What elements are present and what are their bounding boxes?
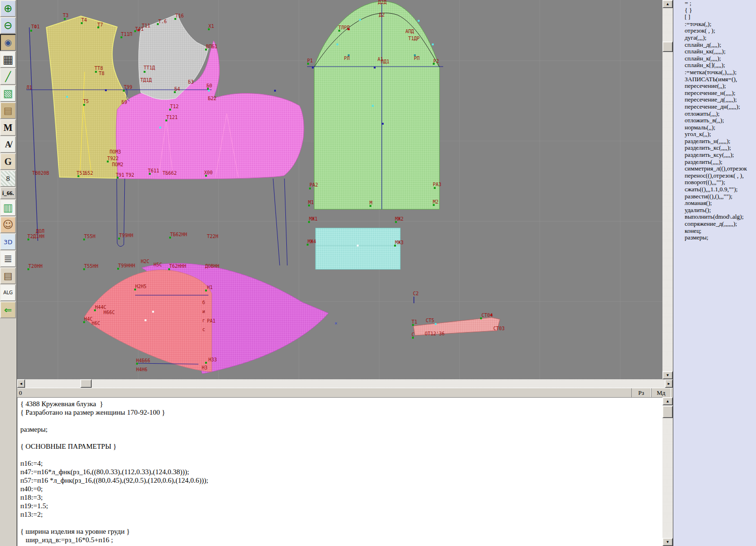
canvas-point-label: ПД1 <box>381 60 389 64</box>
portrait-icon[interactable]: ☺ <box>0 216 16 233</box>
command-item[interactable]: сплайн_кк(,,,,,); <box>673 48 756 55</box>
canvas-point-label: Т20НН <box>28 264 43 269</box>
command-item[interactable]: нормаль(,,); <box>673 124 756 131</box>
scroll-right-icon[interactable]: ► <box>665 379 673 388</box>
command-item[interactable]: разделить_н(,,,,,); <box>673 138 756 145</box>
scroll-down-icon[interactable]: ▼ <box>662 371 673 379</box>
command-item[interactable]: сплайн_к(,,,,); <box>673 55 756 62</box>
command-item[interactable]: сжать((),,,1.1,0.9,""); <box>673 186 756 193</box>
command-item[interactable]: удалить(); <box>673 207 756 214</box>
document-list-icon[interactable]: ≣ <box>0 250 16 267</box>
command-item[interactable]: выполнить(dmod\.alg); <box>673 213 756 221</box>
piece-belt[interactable] <box>316 228 400 269</box>
command-item[interactable]: разделить_ксу(,,,,); <box>673 152 756 159</box>
g-icon: G <box>4 157 12 166</box>
code-line: шир_изд_в:=рз_16*0.5+п16 ; <box>17 536 662 544</box>
measure-segment-icon: ╱ <box>5 72 11 81</box>
canvas-point-label: Х1 <box>208 24 214 29</box>
command-item[interactable]: [ ] <box>673 14 756 21</box>
command-item[interactable]: пересечение_дн(,,,,,); <box>673 103 756 111</box>
editor-vscroll-thumb[interactable] <box>662 406 673 418</box>
canvas-horizontal-scrollbar[interactable]: ◄ ► <box>17 379 673 388</box>
code-line <box>17 417 662 425</box>
canvas-point-label: МЖ1 <box>309 217 318 222</box>
command-item[interactable]: сопряжение_д(,,,,,,); <box>673 221 756 228</box>
command-item[interactable]: пересечение(,,); <box>673 83 756 90</box>
command-item[interactable]: отложить(,,,); <box>673 111 756 118</box>
command-item[interactable]: :=метка(точка(,),,,,); <box>673 69 756 76</box>
piece-sleeve[interactable] <box>314 1 439 209</box>
command-item[interactable]: развести((),(),,,""); <box>673 193 756 200</box>
point-marker <box>144 71 146 73</box>
g-icon[interactable]: G <box>0 153 16 170</box>
alg-document-icon[interactable]: ALG <box>0 284 16 301</box>
code-line: { ОСНОВНЫЕ ПАРАМЕТРЫ } <box>17 442 662 451</box>
command-item[interactable]: дуга(,,,); <box>673 34 756 42</box>
exit-icon[interactable]: ⇐ <box>0 301 16 318</box>
point-marker <box>432 43 434 45</box>
canvas-point-label: РЛ <box>344 56 350 61</box>
scroll-up-icon[interactable]: ▲ <box>662 0 673 8</box>
point-marker <box>105 89 107 91</box>
canvas-point-label: ДОЛ <box>36 229 44 234</box>
code-line: п18:=3; <box>17 493 662 502</box>
pattern-sketch-icon[interactable]: ▤ <box>0 102 16 119</box>
zoom-in-icon[interactable]: ⊕ <box>0 0 16 17</box>
command-item[interactable]: симметрия_л((),отрезок <box>673 165 756 172</box>
canvas-point-label: Т22Н <box>207 234 218 239</box>
canvas-point-label: Н33 <box>208 358 217 362</box>
canvas-point-label: Т7 <box>97 23 103 27</box>
command-item[interactable]: { } <box>673 7 756 14</box>
code-line: п57:=п16 *л_фнк(рз_16,((80,0.45),(92,0.5… <box>17 476 662 485</box>
command-item[interactable]: пересечение_н(,,,,); <box>673 90 756 97</box>
scroll-up-icon[interactable]: ▲ <box>662 397 673 405</box>
portrait-icon: ☺ <box>3 220 14 230</box>
scroll-left-icon[interactable]: ◄ <box>17 379 25 388</box>
command-item[interactable]: пересечение_д(,,,,,); <box>673 96 756 103</box>
canvas-point-label: АПД <box>405 29 414 34</box>
grid-icon[interactable]: ▦ <box>0 51 16 68</box>
command-item[interactable]: :=точка(,); <box>673 21 756 28</box>
measure-segment-icon[interactable]: ╱ <box>0 68 16 85</box>
i66-button[interactable]: i_66. <box>0 187 16 199</box>
canvas-hscroll-thumb[interactable] <box>80 379 92 388</box>
spreadsheet-icon[interactable]: ▥ <box>0 199 16 216</box>
point-marker <box>95 71 97 73</box>
books-icon[interactable]: ▤ <box>0 267 16 284</box>
point-marker <box>382 123 384 125</box>
command-item[interactable]: размеры; <box>673 234 756 241</box>
command-item[interactable]: = ; <box>673 0 756 7</box>
mode-rz-button[interactable]: Рз <box>631 388 651 397</box>
canvas-vertical-scrollbar[interactable]: ▲ ▼ <box>662 0 673 379</box>
rulers-icon[interactable]: 8 <box>0 170 16 187</box>
canvas-point-label: СТ03 <box>493 326 505 331</box>
point-marker <box>159 127 161 128</box>
command-item[interactable]: разделить_кс(,,,,); <box>673 145 756 152</box>
drafting-tools-icon[interactable]: A̸ <box>0 136 16 153</box>
command-item[interactable]: перенос((),отрезок( , ), <box>673 172 756 179</box>
piece-skirt-front[interactable] <box>84 270 212 372</box>
command-item[interactable]: ЗАПИСАТЬ(имя=(), <box>673 76 756 83</box>
code-line: п40:=0; <box>17 485 662 493</box>
pattern-canvas[interactable]: Т3Т4Т7ТФ1Т11ПТ41Т11Т.6Т16Х1ВПБ1ТТ8Т8ТТ1Д… <box>17 0 662 379</box>
command-item[interactable]: конец; <box>673 228 756 235</box>
command-item[interactable]: угол_к(,,); <box>673 131 756 138</box>
command-item[interactable]: сплайн_к[](,,,,); <box>673 62 756 69</box>
algorithm-code-editor[interactable]: { 4388 Кружевная блузка }{ Разработано н… <box>17 397 662 546</box>
zoom-out-icon[interactable]: ⊖ <box>0 17 16 34</box>
command-item[interactable]: разделить(,,,,); <box>673 159 756 166</box>
editor-vertical-scrollbar[interactable]: ▲ ▼ <box>662 397 673 546</box>
command-item[interactable]: ломаная(); <box>673 200 756 207</box>
scroll-down-icon[interactable]: ▼ <box>662 538 673 546</box>
command-item[interactable]: отрезок( , ); <box>673 27 756 34</box>
canvas-vscroll-thumb[interactable] <box>662 42 673 52</box>
image-icon[interactable]: ▧ <box>0 85 16 102</box>
command-item[interactable]: отложить_в(,,); <box>673 117 756 124</box>
threed-icon[interactable]: 3D <box>0 233 16 250</box>
command-item[interactable]: поворот((),,,""); <box>673 179 756 186</box>
model-m-icon[interactable]: M <box>0 119 16 136</box>
point-marker <box>30 30 32 32</box>
view-piece-icon[interactable]: ◉ <box>0 34 16 51</box>
command-item[interactable]: сплайн_д(,,,,); <box>673 42 756 49</box>
mode-md-button[interactable]: Мд <box>651 388 671 397</box>
